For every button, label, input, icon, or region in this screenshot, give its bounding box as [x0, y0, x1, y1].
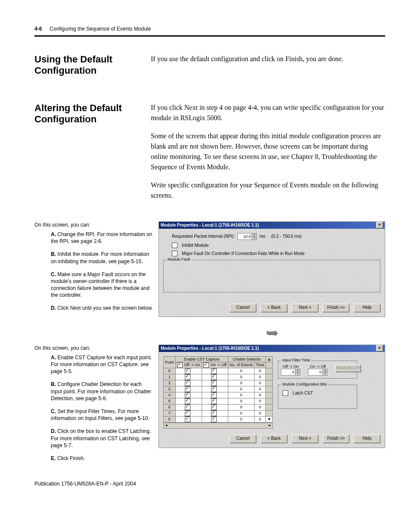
- cst-on-off-checkbox[interactable]: [211, 404, 217, 410]
- time-cell[interactable]: 0: [254, 404, 266, 410]
- back-button[interactable]: < Back: [261, 304, 287, 312]
- horizontal-scrollbar[interactable]: ◄►: [163, 423, 273, 429]
- table-row: 700: [164, 410, 273, 416]
- no-events-cell[interactable]: 0: [228, 410, 254, 416]
- header-checkbox[interactable]: [177, 362, 183, 368]
- cst-on-off-checkbox[interactable]: [211, 417, 217, 422]
- scroll-down-icon[interactable]: ▼: [266, 416, 273, 422]
- body-text: Some of the screens that appear during t…: [151, 131, 385, 172]
- time-cell[interactable]: 0: [254, 410, 266, 416]
- annotation-item: B. Inhibit the module. For more informat…: [51, 251, 154, 264]
- back-button[interactable]: < Back: [261, 435, 287, 443]
- help-button[interactable]: Help: [354, 435, 380, 443]
- no-events-cell[interactable]: 0: [228, 374, 254, 380]
- inhibit-checkbox[interactable]: [172, 243, 177, 248]
- input-filter-group: Input Filter Time: [281, 358, 311, 362]
- major-fault-checkbox[interactable]: [172, 251, 177, 256]
- major-fault-label: Major Fault On Controller If Connection …: [182, 251, 305, 256]
- close-icon[interactable]: ×: [376, 345, 383, 352]
- cst-on-off-checkbox[interactable]: [211, 380, 217, 386]
- cst-off-on-checkbox[interactable]: [185, 404, 190, 410]
- col-enable-cst: Enable CST Capture: [175, 356, 228, 362]
- time-cell[interactable]: 0: [254, 398, 266, 404]
- module-fault-group: Module Fault: [166, 257, 191, 261]
- annotation-item: C. Set the Input Filter Times. For more …: [51, 408, 154, 422]
- filter-on-off-spinner[interactable]: ▲▼: [308, 369, 327, 376]
- time-cell[interactable]: 0: [254, 380, 266, 386]
- col-chatter: Chatter Detectio: [228, 356, 266, 362]
- annotation-item: A. Enable CST Capture for each input poi…: [51, 354, 154, 375]
- rpi-spinner[interactable]: ▲▼: [237, 233, 257, 240]
- no-events-cell[interactable]: 0: [228, 398, 254, 404]
- cst-off-on-checkbox[interactable]: [185, 392, 190, 398]
- time-cell[interactable]: 0: [254, 386, 266, 392]
- no-events-cell[interactable]: 0: [228, 404, 254, 410]
- cst-off-on-checkbox[interactable]: [185, 411, 190, 416]
- rpi-input[interactable]: [238, 233, 252, 240]
- cst-on-off-checkbox[interactable]: [211, 411, 217, 416]
- cst-off-on-checkbox[interactable]: [185, 368, 190, 374]
- cst-off-on-checkbox[interactable]: [185, 380, 190, 386]
- time-cell[interactable]: 0: [254, 368, 266, 374]
- next-button[interactable]: Next >: [292, 304, 318, 312]
- reset-cst-button[interactable]: Reset All CST: [335, 364, 361, 372]
- cst-on-off-checkbox[interactable]: [211, 374, 217, 380]
- cst-on-off-checkbox[interactable]: [211, 386, 217, 392]
- points-grid-wrapper: Point Enable CST Capture Chatter Detecti…: [163, 356, 273, 429]
- cancel-button[interactable]: Cancel: [230, 435, 256, 443]
- body-text: If you click Next in step 4 on page 4-4,…: [151, 103, 385, 123]
- annotation-intro: On this screen, you can:: [34, 221, 154, 228]
- next-button[interactable]: Next >: [292, 435, 318, 443]
- module-properties-dialog-1: Module Properties - Local:1 (1756-IH16IS…: [159, 221, 385, 317]
- no-events-cell[interactable]: 0: [228, 392, 254, 398]
- inhibit-label: Inhibit Module: [182, 243, 209, 248]
- dialog-title: Module Properties - Local:1 (1756-IH16IS…: [161, 346, 259, 351]
- cst-off-on-checkbox[interactable]: [185, 374, 190, 380]
- cst-off-on-checkbox[interactable]: [185, 386, 190, 392]
- rpi-label: Requested Packet Interval (RPI):: [172, 234, 235, 239]
- scroll-up-icon[interactable]: ▲: [266, 356, 273, 362]
- table-row: 800▼: [164, 416, 273, 422]
- table-row: 200: [164, 380, 273, 386]
- cst-on-off-checkbox[interactable]: [211, 392, 217, 398]
- table-row: 300: [164, 386, 273, 392]
- cst-off-on-checkbox[interactable]: [185, 417, 190, 422]
- cancel-button[interactable]: Cancel: [230, 304, 256, 312]
- time-cell[interactable]: 0: [254, 416, 266, 422]
- time-cell[interactable]: 0: [254, 392, 266, 398]
- col-no-events: No. of Events: [228, 362, 254, 368]
- section-heading-default: Using the Default Configuration: [34, 54, 151, 77]
- no-events-cell[interactable]: 0: [228, 368, 254, 374]
- module-config-bits-group: Module Configuration Bits: [281, 382, 328, 386]
- publication-footer: Publication 1756-UM528A-EN-P - April 200…: [34, 481, 385, 487]
- no-events-cell[interactable]: 0: [228, 386, 254, 392]
- annotation-intro: On this screen, you can:: [34, 345, 154, 352]
- cst-on-off-checkbox[interactable]: [211, 398, 217, 404]
- help-button[interactable]: Help: [354, 304, 380, 312]
- latch-cst-checkbox[interactable]: [283, 390, 288, 396]
- cst-on-off-checkbox[interactable]: [211, 368, 217, 374]
- row-header: 8: [164, 416, 176, 422]
- row-header: 4: [164, 392, 176, 398]
- header-checkbox[interactable]: [203, 362, 209, 368]
- row-header: 6: [164, 404, 176, 410]
- time-cell[interactable]: 0: [254, 374, 266, 380]
- table-row: 400: [164, 392, 273, 398]
- no-events-cell[interactable]: 0: [228, 380, 254, 386]
- rpi-range: (0.2 - 750.0 ms): [271, 234, 302, 239]
- body-text: If you use the default configuration and…: [151, 54, 385, 64]
- points-grid[interactable]: Point Enable CST Capture Chatter Detecti…: [163, 356, 273, 423]
- finish-button[interactable]: Finish >>: [323, 304, 349, 312]
- rpi-unit: ms: [259, 234, 265, 239]
- filter-off-on-spinner[interactable]: ▲▼: [281, 369, 300, 376]
- annotation-item: D. Click on the box to enable CST Latchi…: [51, 428, 154, 449]
- filter-off-on-label: Off -> On: [281, 364, 300, 369]
- close-icon[interactable]: ×: [376, 222, 383, 228]
- page-number: 4-6: [34, 26, 42, 32]
- chapter-title: Configuring the Sequence of Events Modul…: [50, 26, 151, 32]
- finish-button[interactable]: Finish >>: [323, 435, 349, 443]
- latch-cst-label: Latch CST: [293, 391, 313, 395]
- annotation-item: C. Make sure a Major Fault occurs on the…: [51, 271, 154, 299]
- cst-off-on-checkbox[interactable]: [185, 398, 190, 404]
- no-events-cell[interactable]: 0: [228, 416, 254, 422]
